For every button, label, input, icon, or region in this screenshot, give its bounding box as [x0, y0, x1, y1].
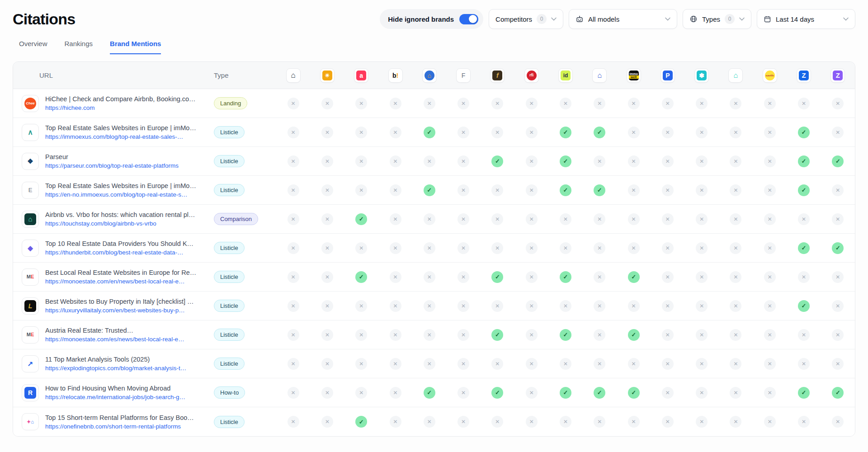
brand-column-header-idealista: id: [548, 68, 582, 83]
mention-cross-icon: ✕: [764, 358, 776, 370]
result-title: Parseur: [45, 153, 179, 160]
mention-cell: ✕: [617, 416, 651, 428]
url-cell: ⌂Airbnb vs. Vrbo for hosts: which vacati…: [13, 211, 214, 228]
mention-cross-icon: ✕: [355, 329, 367, 341]
tab-overview[interactable]: Overview: [19, 40, 47, 54]
result-url-link[interactable]: https://luxuryvillaitaly.com/en/best-web…: [45, 307, 194, 314]
mention-cell: ✕: [412, 155, 446, 167]
mention-cell: ✕: [378, 184, 412, 196]
mention-check-icon: ✓: [798, 155, 810, 167]
type-cell: Listicle: [214, 329, 276, 341]
icon-glyph: ◆: [28, 245, 33, 251]
mention-cell: ✕: [378, 300, 412, 312]
result-url-link[interactable]: https://parseur.com/blog/top-real-estate…: [45, 162, 179, 169]
mention-cross-icon: ✕: [491, 358, 503, 370]
mention-cell: ✓: [583, 184, 617, 196]
mention-cell: ✕: [821, 329, 855, 341]
types-filter-button[interactable]: Types 0: [683, 9, 751, 29]
type-cell: How-to: [214, 386, 276, 399]
mention-cross-icon: ✕: [355, 242, 367, 254]
mention-cross-icon: ✕: [526, 213, 538, 225]
result-url-link[interactable]: https://monoestate.com/en/news/best-loca…: [45, 278, 197, 285]
mention-cell: ✕: [344, 358, 378, 370]
url-cell: ETop Real Estate Sales Websites in Europ…: [13, 182, 214, 199]
mention-cross-icon: ✕: [526, 387, 538, 399]
mention-cross-icon: ✕: [288, 98, 299, 109]
result-url-link[interactable]: https://hichee.com: [45, 104, 196, 111]
mention-cell: ✕: [276, 358, 310, 370]
url-cell: ✦⌂Top 15 Short-term Rental Platforms for…: [13, 413, 214, 430]
mention-cross-icon: ✕: [764, 213, 776, 225]
models-filter-button[interactable]: All models: [569, 9, 677, 29]
mention-check-icon: ✓: [832, 155, 844, 167]
hide-ignored-brands-toggle-group[interactable]: Hide ignored brands: [380, 9, 483, 29]
mention-cell: ✕: [344, 184, 378, 196]
result-url-link[interactable]: https://en-no.immoexus.com/blog/top-real…: [45, 191, 197, 198]
type-cell: Listicle: [214, 184, 276, 196]
tab-brand-mentions[interactable]: Brand Mentions: [110, 40, 161, 54]
mention-cross-icon: ✕: [458, 358, 469, 370]
mention-check-icon: ✓: [594, 184, 605, 196]
mention-check-icon: ✓: [491, 155, 503, 167]
mention-cell: ✕: [651, 329, 684, 341]
result-url-link[interactable]: https://immoexus.com/blog/top-real-estat…: [45, 133, 197, 140]
mention-cell: ✕: [514, 387, 548, 399]
table-row: MEAustria Real Estate: Trusted…https://m…: [13, 320, 855, 349]
mention-cell: ✕: [276, 387, 310, 399]
mention-cell: ✓: [548, 271, 582, 283]
mention-cross-icon: ✕: [321, 300, 333, 312]
mention-cross-icon: ✕: [288, 242, 299, 254]
result-meta: 11 Top Market Analysis Tools (2025)https…: [45, 356, 186, 372]
mention-cross-icon: ✕: [662, 184, 674, 196]
mention-cell: ✓: [821, 242, 855, 254]
url-cell: MEAustria Real Estate: Trusted…https://m…: [13, 326, 214, 344]
robot-icon: [576, 15, 584, 23]
mention-cell: ✕: [548, 242, 582, 254]
mention-cell: ✕: [753, 155, 787, 167]
mention-cell: ✕: [651, 416, 684, 428]
type-cell: Listicle: [214, 271, 276, 283]
mention-cross-icon: ✕: [594, 271, 605, 283]
mention-cross-icon: ✕: [662, 271, 674, 283]
mention-check-icon: ✓: [594, 127, 605, 138]
mention-cell: ✕: [617, 127, 651, 138]
mention-cell: ✕: [481, 358, 514, 370]
mention-check-icon: ✓: [424, 184, 435, 196]
result-url-link[interactable]: https://touchstay.com/blog/airbnb-vs-vrb…: [45, 220, 195, 227]
mention-cell: ✕: [685, 242, 719, 254]
mention-cross-icon: ✕: [662, 127, 674, 138]
result-meta: Top Real Estate Sales Websites in Europe…: [45, 182, 197, 198]
mention-cross-icon: ✕: [526, 416, 538, 428]
type-cell: Comparison: [214, 213, 276, 225]
mention-cross-icon: ✕: [288, 387, 299, 399]
mention-cell: ✕: [378, 98, 412, 109]
mention-cross-icon: ✕: [764, 242, 776, 254]
competitors-filter-button[interactable]: Competitors 0: [489, 9, 563, 29]
mention-cell: ✕: [753, 127, 787, 138]
blue-p-brand-icon: P: [660, 68, 675, 83]
brand-column-header-teal-flower-brand: ✽: [685, 68, 719, 83]
mention-cross-icon: ✕: [526, 329, 538, 341]
site-favicon: ∧: [22, 124, 39, 141]
mention-cell: ✕: [446, 387, 480, 399]
mention-cell: ✕: [310, 300, 344, 312]
mention-cell: ✕: [753, 242, 787, 254]
mention-cross-icon: ✕: [696, 387, 708, 399]
result-url-link[interactable]: https://explodingtopics.com/blog/market-…: [45, 365, 186, 372]
mention-cell: ✓: [548, 184, 582, 196]
mention-cross-icon: ✕: [321, 184, 333, 196]
mention-cross-icon: ✕: [526, 358, 538, 370]
icon-glyph: ↗: [28, 360, 33, 367]
result-url-link[interactable]: https://onefinebnb.com/short-term-rental…: [45, 423, 197, 430]
mention-cross-icon: ✕: [628, 213, 640, 225]
result-url-link[interactable]: https://monoestate.com/es/news/best-loca…: [45, 336, 184, 343]
mention-cross-icon: ✕: [560, 242, 571, 254]
date-range-filter-button[interactable]: Last 14 days: [757, 9, 855, 29]
result-url-link[interactable]: https://thunderbit.com/blog/best-real-es…: [45, 249, 197, 256]
mention-cross-icon: ✕: [662, 416, 674, 428]
icon-glyph: ✦: [27, 419, 31, 424]
tab-rankings[interactable]: Rankings: [65, 40, 93, 54]
hide-ignored-brands-switch[interactable]: [459, 14, 478, 24]
mention-cell: ✓: [548, 155, 582, 167]
result-url-link[interactable]: https://relocate.me/international-jobs/j…: [45, 394, 185, 400]
